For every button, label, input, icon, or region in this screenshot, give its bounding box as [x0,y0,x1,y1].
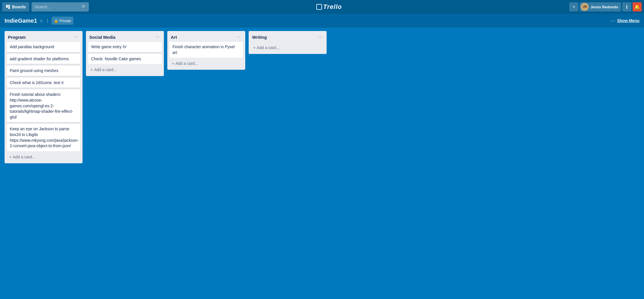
add-card-plus-icon-writing: + [253,45,256,50]
card-c8[interactable]: Check: Noodle Cake games [88,54,162,64]
add-card-button-social-media[interactable]: + Add a card... [88,66,162,74]
list-writing: Writing ··· + Add a card... [249,31,327,54]
board-header-right: ··· Show Menu [610,18,639,24]
list-title-social-media: Social Media [89,35,154,40]
logo-text: Trello [323,3,342,11]
card-c6[interactable]: Keep an eye on Jackson to parse box2d to… [7,124,80,151]
list-social-media: Social Media ··· Write game entry IV Che… [86,31,164,76]
list-program: Program ··· Add parallax background add … [5,31,83,163]
add-card-label-social-media: Add a card... [94,67,117,72]
trello-icon [316,4,322,10]
add-card-label-program: Add a card... [13,155,35,159]
topnav: Boards 🔍 Trello + JR Jesús Redondo ℹ 🔔 [0,0,644,14]
board-header-left: IndieGame1 ☆ | 🔒 Private [5,17,73,25]
list-title-art: Art [171,35,236,40]
bell-icon: 🔔 [634,4,640,10]
show-menu-link[interactable]: Show Menu [617,18,639,23]
boards-button[interactable]: Boards [2,2,29,11]
user-menu-button[interactable]: JR Jesús Redondo [580,2,621,11]
list-menu-button-writing[interactable]: ··· [317,34,323,40]
list-cards-art: Finish character animation in Pyxel art [167,42,245,58]
card-c5[interactable]: Finish tutorial about shaders:http://www… [7,90,80,122]
add-card-label-writing: Add a card... [257,45,279,50]
list-cards-program: Add parallax background add gradient sha… [5,42,83,151]
card-c7[interactable]: Write game entry IV [88,42,162,52]
list-header-writing: Writing ··· [249,31,327,42]
add-icon: + [573,4,575,9]
header-divider: | [47,18,48,23]
avatar-initials: JR [583,5,587,9]
boards-label: Boards [12,5,26,9]
logo: Trello [91,3,567,11]
nav-right: + JR Jesús Redondo ℹ 🔔 [569,2,642,11]
svg-rect-1 [8,5,10,7]
lock-icon: 🔒 [54,19,58,23]
list-cards-social-media: Write game entry IV Check: Noodle Cake g… [86,42,164,64]
add-card-button-art[interactable]: + Add a card... [170,59,243,67]
list-title-writing: Writing [252,35,317,40]
list-menu-button-art[interactable]: ··· [236,34,242,40]
board-content: Program ··· Add parallax background add … [0,28,644,299]
more-options-icon[interactable]: ··· [610,18,615,24]
card-c4[interactable]: Check what is 2dScene. test it [7,78,80,88]
list-header-social-media: Social Media ··· [86,31,164,42]
card-c3[interactable]: Paint ground using meshes [7,66,80,76]
list-menu-button-social-media[interactable]: ··· [154,34,160,40]
add-card-plus-icon-art: + [172,61,174,66]
add-button[interactable]: + [569,2,578,11]
search-wrap: 🔍 [32,2,89,11]
notifications-button[interactable]: 🔔 [633,2,642,11]
star-icon[interactable]: ☆ [39,18,43,24]
card-c2[interactable]: add gradient shader for platforms [7,54,80,64]
board-header: IndieGame1 ☆ | 🔒 Private ··· Show Menu [0,14,644,28]
list-art: Art ··· Finish character animation in Py… [167,31,245,70]
list-title-program: Program [8,35,73,40]
avatar: JR [581,3,589,11]
search-input[interactable] [32,2,89,11]
info-button[interactable]: ℹ [622,2,631,11]
add-card-button-writing[interactable]: + Add a card... [251,44,324,52]
boards-icon [6,5,10,9]
add-card-label-art: Add a card... [175,61,198,66]
list-header-art: Art ··· [167,31,245,42]
add-card-plus-icon-social-media: + [91,67,93,72]
add-card-plus-icon-program: + [9,155,11,159]
info-icon: ℹ [626,4,628,10]
board-title[interactable]: IndieGame1 [5,18,37,24]
list-menu-button-program[interactable]: ··· [73,34,79,40]
privacy-button[interactable]: 🔒 Private [52,17,73,25]
privacy-label: Private [60,19,71,23]
svg-rect-2 [8,7,10,9]
card-c9[interactable]: Finish character animation in Pyxel art [170,42,243,58]
add-card-button-program[interactable]: + Add a card... [7,153,80,161]
svg-rect-0 [6,5,8,7]
card-c1[interactable]: Add parallax background [7,42,80,52]
list-header-program: Program ··· [5,31,83,42]
user-name: Jesús Redondo [590,5,618,9]
